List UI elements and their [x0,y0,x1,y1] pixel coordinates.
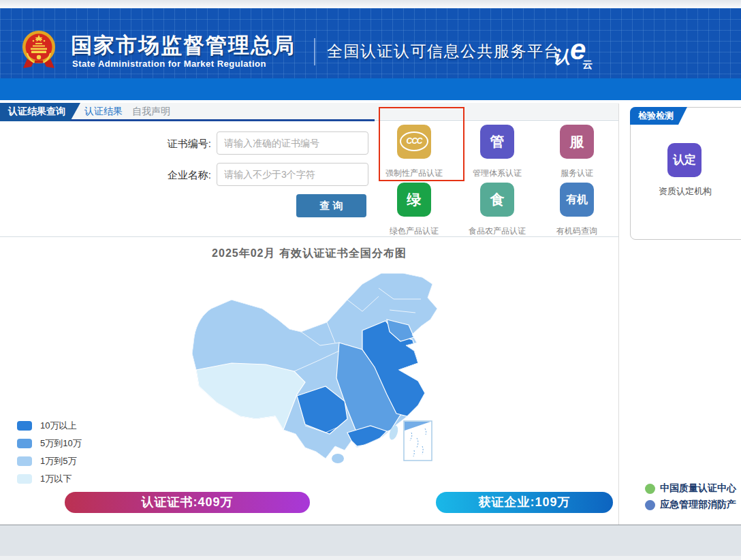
legend-swatch [17,456,32,466]
blue-dot-icon [645,500,655,510]
tile-organic-code[interactable]: 有机 [560,183,594,217]
tab-certification-result-query[interactable]: 认证结果查询 [0,103,80,121]
tab-certification-results[interactable]: 认证结果 [84,106,123,118]
company-name-label: 企业名称: [157,169,211,182]
tile-food-agri[interactable]: 食 [480,183,514,217]
legend-item-over-100k: 10万以上 [17,420,76,431]
platform-title: 全国认证认可信息公共服务平台 [327,41,561,62]
browser-top-strip [0,0,741,8]
tile-green-product[interactable]: 绿 [397,183,431,217]
food-agri-icon: 食 [480,183,514,217]
legend-swatch [17,474,32,484]
stat-pill-certificates: 认证证书:409万 [65,492,310,513]
tile-label-green-product: 绿色产品认证 [370,225,458,237]
org-legend-cqc: 中国质量认证中心 [645,482,736,495]
legend-item-10k-50k: 1万到5万 [17,456,76,467]
header-accent-bar [0,78,741,100]
certificate-number-label: 证书编号: [157,138,211,151]
site-header: 国家市场监督管理总局 State Administration for Mark… [0,8,741,78]
green-product-icon: 绿 [397,183,431,217]
legend-swatch [17,439,32,448]
ren-e-yun-logo-icon: 认e云 [553,37,596,69]
agency-title: 国家市场监督管理总局 [71,31,296,60]
tile-service-certification[interactable]: 服 [560,125,594,159]
vertical-divider [618,104,619,525]
annotation-highlight-box [379,107,464,181]
accreditation-label: 资质认定机构 [631,185,740,198]
south-china-sea-inset [404,421,432,461]
china-choropleth-map[interactable] [123,269,477,473]
legend-item-under-10k: 1万以下 [17,473,72,484]
company-name-input[interactable] [217,163,368,186]
certificate-number-input[interactable] [217,131,368,155]
tab-self-declaration[interactable]: 自我声明 [132,106,170,118]
query-button[interactable]: 查 询 [296,194,366,217]
tile-label-management: 管理体系认证 [453,168,541,179]
tile-label-service: 服务认证 [533,168,621,179]
organic-icon: 有机 [560,183,594,217]
green-dot-icon [645,484,655,494]
legend-swatch [17,421,32,431]
service-icon: 服 [560,125,594,159]
org-legend-emergency: 应急管理部消防产 [645,499,736,511]
inspection-panel: 检验检测 认定 资质认定机构 [630,107,741,240]
management-icon: 管 [480,125,514,159]
tile-label-organic: 有机码查询 [533,225,621,237]
national-emblem-icon [22,29,56,73]
tab-inspection-testing[interactable]: 检验检测 [630,107,687,125]
tile-label-food-agri: 食品农产品认证 [453,225,541,237]
map-title: 2025年02月 有效认证证书全国分布图 [0,247,618,261]
footer-band [0,525,741,556]
hainan-island[interactable] [332,454,344,463]
header-divider [314,38,315,65]
footer-band-light [0,556,741,560]
tile-management-system[interactable]: 管 [480,125,514,159]
query-panel-divider [0,236,618,237]
tile-accreditation[interactable]: 认定 [667,143,701,177]
stat-pill-enterprises: 获证企业:109万 [436,492,613,513]
agency-subtitle: State Administration for Market Regulati… [72,59,266,69]
legend-item-50k-100k: 5万到10万 [17,438,82,449]
